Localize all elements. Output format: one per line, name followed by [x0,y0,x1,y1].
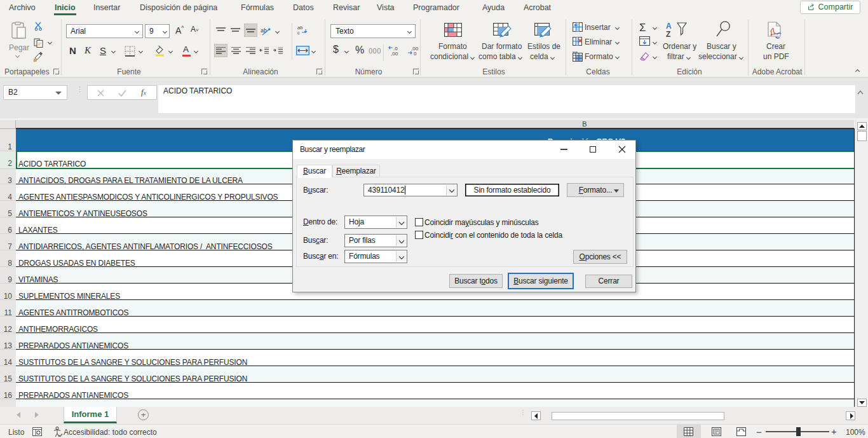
svg-text:0: 0 [414,51,417,56]
svg-text:ab: ab [261,27,267,34]
svg-text:,00: ,00 [391,51,398,56]
svg-text:A: A [666,22,672,31]
svg-text:Z: Z [666,30,670,38]
svg-text:c: c [297,30,300,36]
